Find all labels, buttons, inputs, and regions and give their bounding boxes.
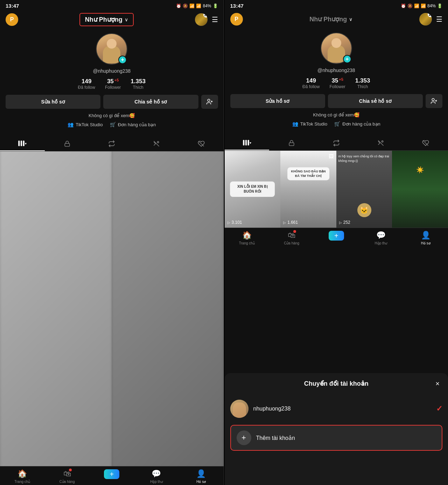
inbox-icon: 💬	[152, 469, 161, 478]
right-video-3-cat: 🐱	[357, 203, 371, 217]
switch-account-panel: Chuyển đổi tài khoản × nhuphuong238 ✓ + …	[225, 373, 448, 485]
right-plus-button[interactable]: +	[329, 231, 344, 241]
right-video-2[interactable]: KHÔNG SAO ĐÂU BẠN ĐÃ TÌM THẤY CHỊ ▷ 1.66…	[280, 151, 336, 228]
right-profile-section: + @nhuphuong238 149 Đã follow 35 +5 Foll…	[225, 28, 448, 136]
left-tab-videos[interactable]: ▾	[0, 136, 45, 151]
left-sua-ho-so-button[interactable]: Sửa hồ sơ	[6, 95, 100, 109]
left-thich-number: 1.353	[131, 78, 146, 85]
right-tab-tagged[interactable]	[359, 136, 404, 150]
right-stat-thich[interactable]: 1.353 Thích	[355, 77, 370, 89]
left-nav-shop[interactable]: 🛍 Cửa hàng	[45, 469, 90, 484]
svg-rect-5	[23, 141, 24, 146]
right-nav-inbox[interactable]: 💬 Hộp thư	[359, 231, 404, 245]
right-plus-badge[interactable]: +	[343, 55, 351, 63]
right-video-1-text: XIN LỖI EM XIN BỊ BUÔN RỒI	[230, 181, 275, 197]
right-nav-plus[interactable]: +	[314, 231, 359, 245]
right-username-box[interactable]: Như Phượng ∨	[304, 13, 357, 25]
right-alarm-icon: ⏰	[401, 3, 406, 8]
right-status-bar: 13:47 ⏰ 🔕 📶 📶 84% 🔋	[225, 0, 448, 10]
left-videos-grid	[0, 151, 224, 466]
right-tab-liked[interactable]	[403, 136, 448, 150]
right-cart-icon: 🛒	[334, 121, 340, 127]
left-time: 13:47	[6, 3, 19, 9]
right-video-4-sun: ☀️	[416, 166, 424, 174]
right-stat-follow[interactable]: 149 Đã follow	[302, 77, 320, 89]
left-p-avatar[interactable]: P	[6, 13, 18, 26]
left-thich-label: Thích	[133, 85, 144, 90]
svg-rect-12	[243, 140, 244, 145]
left-add-user-button[interactable]	[201, 95, 218, 109]
right-studio-icon: 👥	[292, 121, 298, 127]
right-sua-ho-so-button[interactable]: Sửa hồ sơ	[230, 94, 325, 108]
left-tab-tagged[interactable]	[134, 136, 179, 151]
add-account-button[interactable]: + Thêm tài khoản	[230, 425, 443, 451]
left-tab-icons: ▾	[0, 136, 224, 151]
left-plus-badge[interactable]: +	[118, 56, 127, 64]
wifi-icon: 📶	[189, 3, 195, 8]
left-tiktok-studio-link[interactable]: 👥 TikTok Studio	[68, 122, 103, 127]
right-stat-follower[interactable]: 35 +5 Follower	[329, 77, 345, 89]
alarm-icon: ⏰	[176, 3, 181, 8]
left-tab-repost[interactable]	[89, 136, 134, 151]
left-tab-liked[interactable]	[179, 136, 224, 151]
left-stat-follow[interactable]: 149 Đã follow	[78, 78, 95, 90]
left-header-avatar[interactable]: 19	[195, 13, 208, 26]
close-panel-button[interactable]: ×	[433, 379, 442, 388]
svg-rect-14	[248, 140, 249, 145]
right-video-2-views: ▷ 1.661	[283, 220, 298, 225]
right-video-3-views: ▷ 252	[339, 220, 350, 225]
left-video-2[interactable]	[112, 151, 223, 466]
right-nav-profile-label: Hồ sơ	[421, 241, 430, 245]
svg-rect-15	[289, 143, 294, 145]
right-video-4[interactable]: ☀️	[392, 151, 448, 228]
left-nav-inbox-label: Hộp thư	[150, 480, 163, 484]
right-video-3[interactable]: m hộ toyy xem chồng tôi có đẹp trai khôn…	[336, 151, 392, 228]
cart-icon: 🛒	[110, 122, 116, 127]
right-add-user-button[interactable]	[426, 94, 442, 108]
svg-rect-13	[245, 140, 246, 145]
left-chevron-icon: ∨	[125, 17, 128, 22]
right-nav-inbox-label: Hộp thư	[375, 241, 387, 245]
left-menu-icon[interactable]: ☰	[212, 15, 218, 24]
left-plus-button[interactable]: +	[104, 469, 119, 479]
add-account-label: Thêm tài khoản	[256, 435, 295, 441]
right-p-avatar[interactable]: P	[230, 13, 243, 26]
left-orders-link[interactable]: 🛒 Đơn hàng của bạn	[110, 122, 156, 127]
right-video-1[interactable]: XIN LỖI EM XIN BỊ BUÔN RỒI ▷ 3.101	[225, 151, 281, 228]
right-orders-link[interactable]: 🛒 Đơn hàng của bạn	[334, 121, 380, 127]
left-username-box[interactable]: Như Phượng ∨	[79, 13, 134, 26]
left-header: P Như Phượng ∨ 19 ☰	[0, 10, 224, 29]
right-thich-label: Thích	[357, 84, 368, 89]
right-profile-username: @nhuphuong238	[317, 67, 355, 73]
left-nav-profile[interactable]: 👤 Hồ sơ	[179, 469, 224, 484]
left-nav-inbox[interactable]: 💬 Hộp thư	[134, 469, 179, 484]
right-menu-icon[interactable]: ☰	[436, 15, 442, 23]
left-stats-row: 149 Đã follow 35 +5 Follower 1.353 Thích	[78, 78, 146, 90]
right-header-avatar[interactable]: 19	[419, 13, 432, 26]
right-tab-videos[interactable]: ▾	[225, 136, 270, 150]
left-stat-thich[interactable]: 1.353 Thích	[131, 78, 146, 90]
right-nav-home-label: Trang chủ	[239, 241, 255, 245]
left-username: Như Phượng	[85, 16, 122, 23]
right-tiktok-studio-link[interactable]: 👥 TikTok Studio	[292, 121, 328, 127]
right-follow-label: Đã follow	[302, 84, 320, 89]
right-chia-se-button[interactable]: Chia sẻ hồ sơ	[328, 94, 423, 108]
left-video-1[interactable]	[0, 151, 112, 466]
right-nav-profile[interactable]: 👤 Hồ sơ	[403, 231, 448, 245]
left-tab-private[interactable]	[45, 136, 90, 151]
left-nav-plus[interactable]: +	[89, 469, 134, 484]
right-bottom-nav: 🏠 Trang chủ 🛍 Cửa hàng + 💬 Hộp thư 👤	[225, 228, 448, 247]
right-inbox-icon: 💬	[376, 231, 386, 240]
right-tab-private[interactable]	[269, 136, 314, 150]
left-stat-follower[interactable]: 35 +5 Follower	[105, 78, 121, 90]
left-follow-label: Đã follow	[78, 85, 95, 90]
left-chia-se-button[interactable]: Chia sẻ hồ sơ	[103, 95, 198, 109]
left-nav-home[interactable]: 🏠 Trang chủ	[0, 469, 45, 484]
right-nav-home[interactable]: 🏠 Trang chủ	[225, 231, 270, 245]
right-nav-shop[interactable]: 🛍 Cửa hàng	[269, 231, 314, 245]
current-account-avatar	[230, 400, 248, 418]
right-tab-repost[interactable]	[314, 136, 359, 150]
current-account-item[interactable]: nhuphuong238 ✓	[230, 395, 443, 422]
left-links-row: 👥 TikTok Studio 🛒 Đơn hàng của bạn	[68, 122, 156, 127]
svg-rect-3	[19, 141, 20, 146]
